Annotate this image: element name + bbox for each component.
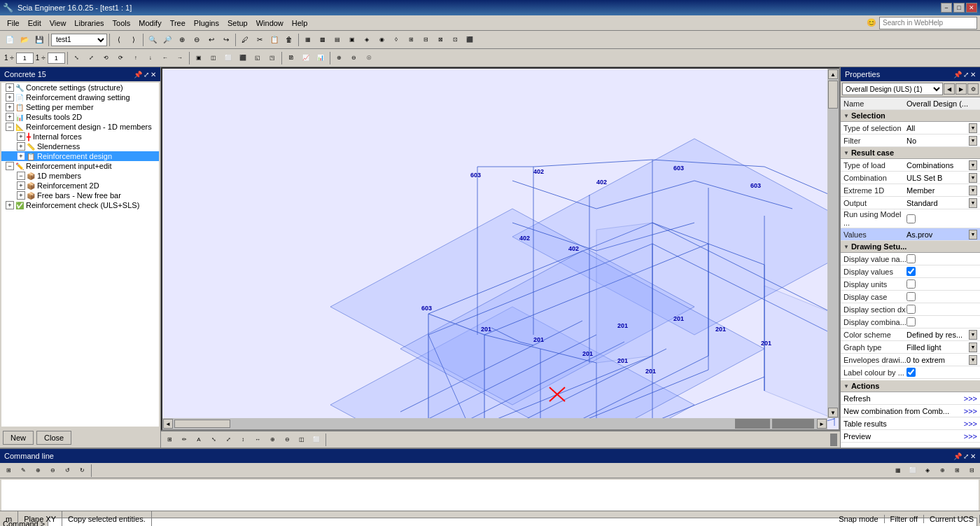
props-settings-btn[interactable]: ⚙	[967, 83, 979, 95]
props-close-btn[interactable]: ✕	[970, 71, 976, 78]
tb-extra-7[interactable]: ◊	[389, 33, 403, 47]
extreme-1d-dd-btn[interactable]: ▼	[969, 186, 977, 195]
expand-drawing-setting[interactable]: +	[6, 93, 14, 102]
cmd-tb-r4[interactable]: ⊕	[935, 464, 949, 478]
status-snap-mode[interactable]: Snap mode	[833, 515, 884, 523]
tb-btn-1[interactable]: ⟨	[112, 33, 126, 47]
panel-close-btn[interactable]: ✕	[150, 71, 156, 78]
tb2-btn-12[interactable]: ⬛	[236, 51, 250, 65]
tree-item-1d-members[interactable]: − 📦 1D members	[1, 171, 159, 181]
tb-extra-6[interactable]: ◉	[374, 33, 388, 47]
preview-btn[interactable]: >>>	[964, 432, 977, 441]
vptb-btn-10[interactable]: ◫	[295, 433, 309, 447]
expand-slenderness[interactable]: +	[17, 142, 25, 151]
type-of-load-dd-btn[interactable]: ▼	[969, 160, 977, 170]
envelopes-draw-dd-btn[interactable]: ▼	[969, 355, 977, 365]
cmd-tb-r6[interactable]: ⊟	[965, 464, 979, 478]
menu-view[interactable]: View	[46, 18, 71, 29]
new-button[interactable]: New	[3, 431, 34, 445]
table-results-btn[interactable]: >>>	[964, 420, 977, 428]
close-btn[interactable]: ✕	[966, 3, 977, 13]
file-selector[interactable]: test1	[51, 34, 107, 46]
tb2-btn-3[interactable]: ⟲	[99, 51, 113, 65]
tb2-btn-2[interactable]: ⤢	[85, 51, 99, 65]
cmd-tb-4[interactable]: ⊖	[46, 464, 59, 478]
cmd-tb-5[interactable]: ↺	[60, 464, 74, 478]
graph-type-dd-btn[interactable]: ▼	[969, 342, 977, 352]
menu-help[interactable]: Help	[288, 18, 312, 29]
display-combin-checkbox[interactable]	[906, 317, 916, 326]
hscroll-thumb[interactable]	[174, 420, 230, 428]
color-scheme-dd-btn[interactable]: ▼	[969, 330, 977, 340]
hscroll-left-btn[interactable]: ◄	[163, 419, 173, 429]
vptb-btn-2[interactable]: ✏	[177, 433, 191, 447]
vscroll-up-btn[interactable]: ▲	[828, 69, 838, 79]
props-nav-btn-2[interactable]: ▶	[955, 83, 967, 95]
color-scheme-dropdown[interactable]: Defined by res... ▼	[906, 330, 977, 340]
tb2-btn-5[interactable]: ↑	[129, 51, 143, 65]
label-colour-checkbox[interactable]	[906, 368, 916, 377]
type-of-selection-dd-btn[interactable]: ▼	[969, 123, 977, 133]
tb2-btn-15[interactable]: 🖹	[284, 51, 298, 65]
output-dropdown[interactable]: Standard ▼	[906, 198, 977, 208]
run-model-checkbox[interactable]	[906, 214, 916, 223]
expand-results-2d[interactable]: +	[6, 113, 14, 121]
tb2-btn-17[interactable]: 📊	[314, 51, 328, 65]
expand-reinf-check[interactable]: +	[6, 201, 14, 209]
tb2-btn-7[interactable]: ←	[158, 51, 172, 65]
open-btn[interactable]: 📂	[18, 33, 31, 47]
page-input-1[interactable]	[16, 53, 34, 64]
tb-btn-4[interactable]: 🔎	[160, 33, 174, 47]
expand-reinf-2d[interactable]: +	[17, 181, 25, 190]
tb-extra-8[interactable]: ⊞	[404, 33, 418, 47]
menu-file[interactable]: File	[3, 18, 24, 29]
panel-pin-btn[interactable]: 📌	[134, 71, 142, 78]
tree-item-reinf-design-1d[interactable]: − 📐 Reinforcement design - 1D members	[1, 122, 159, 132]
tb-btn-5[interactable]: ⊕	[175, 33, 189, 47]
display-section-dx-checkbox[interactable]	[906, 305, 916, 314]
tb-btn-8[interactable]: ↪	[219, 33, 233, 47]
tb2-btn-13[interactable]: ◱	[251, 51, 265, 65]
status-current-ucs[interactable]: Current UCS	[924, 515, 980, 523]
combination-dd-btn[interactable]: ▼	[969, 173, 977, 183]
menu-window[interactable]: Window	[252, 18, 288, 29]
menu-edit[interactable]: Edit	[24, 18, 46, 29]
vptb-btn-4[interactable]: ⤡	[206, 433, 220, 447]
tb2-btn-8[interactable]: →	[173, 51, 187, 65]
vscroll-down-btn[interactable]: ▼	[828, 408, 838, 417]
webhelp-input[interactable]	[879, 17, 977, 29]
cmd-tb-r5[interactable]: ⊞	[950, 464, 964, 478]
cmd-tb-1[interactable]: ⊞	[1, 464, 15, 478]
tb-extra-1[interactable]: ▦	[301, 33, 315, 47]
cmd-tb-r3[interactable]: ◈	[920, 464, 934, 478]
panel-float-btn[interactable]: ⤢	[144, 71, 149, 78]
hscroll-right-btn[interactable]: ►	[817, 419, 827, 429]
tree-item-reinf-design[interactable]: + 📋 Reinforcement design	[1, 151, 159, 161]
tree-item-setting-per-member[interactable]: + 📋 Setting per member	[1, 102, 159, 112]
props-nav-btn-1[interactable]: ◀	[944, 83, 955, 95]
cmd-tb-3[interactable]: ⊕	[31, 464, 45, 478]
tb2-btn-19[interactable]: ⊖	[347, 51, 361, 65]
save-btn[interactable]: 💾	[32, 33, 46, 47]
tb2-btn-16[interactable]: 📈	[299, 51, 313, 65]
tb2-btn-14[interactable]: ◳	[265, 51, 279, 65]
tb-btn-3[interactable]: 🔍	[146, 33, 160, 47]
tree-item-drawing-setting[interactable]: + 📄 Reinforcement drawing setting	[1, 92, 159, 102]
expand-concrete-settings[interactable]: +	[6, 83, 14, 92]
tb2-btn-6[interactable]: ↓	[144, 51, 158, 65]
tree-item-concrete-settings[interactable]: + 🔧 Concrete settings (structure)	[1, 83, 159, 92]
values-dropdown[interactable]: As.prov ▼	[906, 230, 977, 240]
type-of-load-dropdown[interactable]: Combinations ▼	[906, 160, 977, 170]
tb-btn-6[interactable]: ⊖	[190, 33, 204, 47]
tb-btn-10[interactable]: ✂	[253, 33, 267, 47]
display-case-checkbox[interactable]	[906, 292, 916, 301]
tb-btn-7[interactable]: ↩	[204, 33, 218, 47]
viewport-vscrollbar[interactable]: ▲ ▼	[827, 69, 839, 418]
vptb-btn-8[interactable]: ⊕	[265, 433, 279, 447]
menu-tools[interactable]: Tools	[108, 18, 135, 29]
tree-item-slenderness[interactable]: + 📏 Slenderness	[1, 141, 159, 151]
graph-type-dropdown[interactable]: Filled light ▼	[906, 342, 977, 352]
tree-item-reinf-2d[interactable]: + 📦 Reinforcement 2D	[1, 181, 159, 191]
minimize-btn[interactable]: −	[941, 3, 952, 13]
tb2-btn-1[interactable]: ⤡	[70, 51, 84, 65]
